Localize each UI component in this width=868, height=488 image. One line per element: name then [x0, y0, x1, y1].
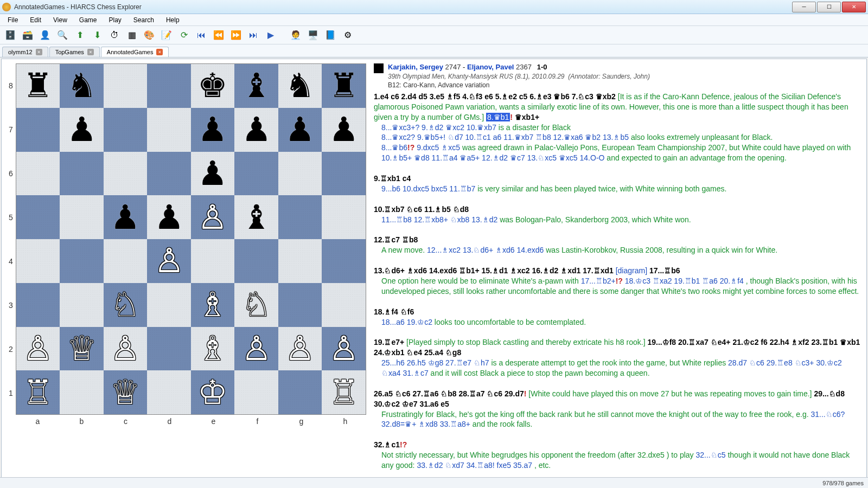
edit-icon[interactable]: 📝	[159, 28, 174, 42]
square-g7[interactable]: ♟	[278, 108, 322, 152]
square-a2[interactable]: ♙	[16, 327, 60, 371]
close-icon[interactable]: ×	[156, 49, 163, 55]
notation-segment[interactable]: 9...b6 10.dxc5 bxc5 11.♖b7	[381, 184, 477, 193]
notation-segment[interactable]: ♛xb1+	[515, 113, 539, 121]
square-h8[interactable]: ♜	[322, 64, 366, 108]
search-icon[interactable]: 🔍	[55, 28, 69, 42]
user-icon[interactable]: 👤	[38, 28, 52, 42]
notation-segment[interactable]: , etc.	[534, 461, 551, 470]
square-c1[interactable]: ♕	[104, 370, 148, 414]
notation-segment[interactable]: !	[510, 113, 515, 121]
notation-segment[interactable]: looks too uncomfortable to be comtemplat…	[435, 318, 586, 326]
notation-segment[interactable]: [White could have played this on move 27…	[528, 389, 814, 398]
prev-icon[interactable]: ⏪	[212, 28, 226, 42]
square-a6[interactable]	[16, 152, 60, 196]
notation-segment[interactable]: 8...♛xc3+?	[381, 123, 422, 132]
square-f4[interactable]	[234, 239, 278, 283]
down-icon[interactable]: ⬇	[90, 28, 104, 42]
db-open-icon[interactable]: 🗃️	[21, 28, 35, 42]
menu-game[interactable]: Game	[74, 15, 103, 25]
square-e7[interactable]: ♟	[191, 108, 235, 152]
maximize-button[interactable]: ☐	[817, 2, 841, 12]
notation-segment[interactable]: 10.♖xb7 ♘c6 11.♗b5 ♘d8	[374, 205, 469, 214]
engine-icon[interactable]: 🖥️	[306, 28, 320, 42]
notation-segment[interactable]: 32...♘c5	[696, 451, 728, 459]
notation-segment[interactable]: 25...h6 26.h5 ♔g8 27.♖e7 ♘h7	[381, 358, 491, 367]
square-b5[interactable]	[60, 195, 104, 239]
notation-segment[interactable]: 8...♛xc2?	[381, 133, 417, 142]
next-icon[interactable]: ⏩	[229, 28, 243, 42]
up-icon[interactable]: ⬆	[73, 28, 87, 42]
square-g2[interactable]: ♙	[278, 327, 322, 371]
menu-play[interactable]: Play	[104, 15, 127, 25]
square-d1[interactable]	[147, 370, 191, 414]
square-b7[interactable]: ♟	[60, 108, 104, 152]
square-f8[interactable]: ♝	[234, 64, 278, 108]
notation-segment[interactable]: 12.♖c7 ♖b8	[374, 235, 418, 244]
square-e5[interactable]: ♙	[191, 195, 235, 239]
notation-segment[interactable]: 17...♖b6	[649, 266, 680, 275]
clock-icon[interactable]: ⏱	[107, 28, 122, 42]
tab-topgames[interactable]: TopGames×	[49, 47, 100, 57]
square-e6[interactable]: ♟	[191, 152, 235, 196]
notation-segment[interactable]: and the rook falls.	[473, 420, 533, 428]
square-h3[interactable]	[322, 283, 366, 327]
notation-segment[interactable]: was Bologan-Palo, Skanderborg 2003, whic…	[500, 215, 691, 224]
notation-segment[interactable]: [Played simply to stop Black castling an…	[406, 338, 647, 346]
square-a3[interactable]	[16, 283, 60, 327]
board-icon[interactable]: ▦	[125, 28, 139, 42]
notation-segment[interactable]: A new move.	[381, 246, 427, 254]
settings-icon[interactable]: ⚙	[341, 28, 355, 42]
square-c3[interactable]: ♘	[104, 283, 148, 327]
square-d8[interactable]	[147, 64, 191, 108]
square-g4[interactable]	[278, 239, 322, 283]
notation-pane[interactable]: Karjakin, Sergey 2747 - Eljanov, Pavel 2…	[371, 59, 866, 485]
close-icon[interactable]: ×	[36, 49, 42, 55]
square-a1[interactable]: ♖	[16, 370, 60, 414]
notation-segment[interactable]: 8.♛b1	[486, 113, 510, 121]
notation-segment[interactable]: 1.e4 c6 2.d4 d5 3.e5 ♗f5 4.♘f3 e6 5.♗e2 …	[374, 92, 618, 101]
square-d4[interactable]: ♙	[147, 239, 191, 283]
notation-segment[interactable]: 17...♖b2+	[581, 277, 616, 285]
first-icon[interactable]: ⏮	[194, 28, 208, 42]
notation-segment[interactable]: is a desperate attempt to get the rook i…	[491, 358, 728, 367]
menu-search[interactable]: Search	[128, 15, 159, 25]
notation-segment[interactable]: 9.dxc5 ♗xc5	[417, 143, 462, 152]
notation-segment[interactable]: 18...a6 19.♔c2	[381, 318, 435, 326]
tab-olymm12[interactable]: olymm12×	[2, 47, 48, 57]
square-b1[interactable]	[60, 370, 104, 414]
menu-file[interactable]: File	[2, 15, 23, 25]
notation-segment[interactable]: and expected to gain an advantage from t…	[607, 153, 787, 162]
notation-segment[interactable]: 19.♖e7+	[374, 338, 406, 346]
square-h5[interactable]	[322, 195, 366, 239]
minimize-button[interactable]: ─	[792, 2, 816, 12]
square-d6[interactable]	[147, 152, 191, 196]
square-c7[interactable]	[104, 108, 148, 152]
close-icon[interactable]: ×	[87, 49, 94, 55]
square-c4[interactable]	[104, 239, 148, 283]
square-a7[interactable]	[16, 108, 60, 152]
square-a5[interactable]	[16, 195, 60, 239]
square-h2[interactable]: ♙	[322, 327, 366, 371]
square-b2[interactable]: ♕	[60, 327, 104, 371]
square-f3[interactable]: ♘	[234, 283, 278, 327]
notation-segment[interactable]: 11...♖b8 12.♖xb8+ ♘xb8 13.♗d2	[381, 215, 500, 224]
square-c6[interactable]	[104, 152, 148, 196]
palette-icon[interactable]: 🎨	[142, 28, 156, 42]
square-h6[interactable]	[322, 152, 366, 196]
notation-segment[interactable]: 18.♗f4 ♘f6	[374, 307, 414, 316]
notation-segment[interactable]: 33.♗d2 ♘xd7 34.♖a8! fxe5 35.a7	[417, 461, 534, 470]
menu-edit[interactable]: Edit	[24, 15, 47, 25]
square-e4[interactable]	[191, 239, 235, 283]
square-b3[interactable]	[60, 283, 104, 327]
notation-segment[interactable]: !	[524, 389, 529, 398]
notation-segment[interactable]: 32.♗c1	[374, 440, 400, 449]
play-icon[interactable]: ▶	[264, 28, 278, 42]
square-h7[interactable]: ♟	[322, 108, 366, 152]
square-a8[interactable]: ♜	[16, 64, 60, 108]
square-c5[interactable]: ♟	[104, 195, 148, 239]
square-h1[interactable]: ♖	[322, 370, 366, 414]
notation-segment[interactable]: One option here would be to eliminate Wh…	[381, 277, 581, 285]
notation-segment[interactable]: 13.♘d6+ ♗xd6 14.exd6 ♖b1+ 15.♗d1 ♗xc2 16…	[374, 266, 616, 275]
square-e1[interactable]: ♔	[191, 370, 235, 414]
